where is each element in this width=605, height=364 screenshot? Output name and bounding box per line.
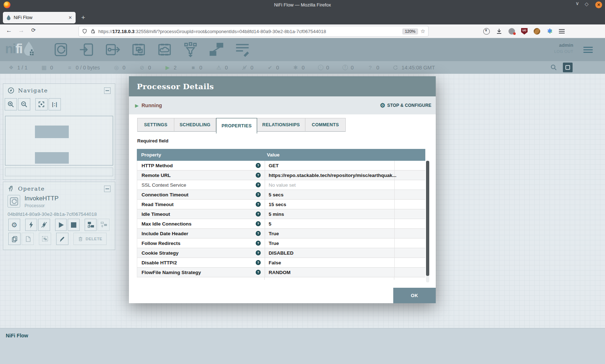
- extension-icon[interactable]: [508, 28, 515, 35]
- ok-button[interactable]: OK: [393, 288, 436, 303]
- lock-warning-icon[interactable]: [90, 28, 96, 34]
- help-icon[interactable]: ?: [256, 202, 261, 207]
- window-minimize-button[interactable]: ∨: [573, 0, 581, 6]
- tab-comments[interactable]: COMMENTS: [305, 118, 346, 132]
- operate-panel-title: Operate: [18, 186, 104, 192]
- start-button[interactable]: [55, 219, 67, 231]
- global-menu-icon[interactable]: [583, 45, 593, 54]
- window-maximize-button[interactable]: ◇: [583, 1, 591, 7]
- flow-settings-panel-button[interactable]: [563, 63, 573, 72]
- container-asterisk-icon[interactable]: ✱: [546, 28, 553, 35]
- navigate-collapse-button[interactable]: [104, 87, 111, 94]
- stopped-icon: ■ 0: [190, 64, 202, 71]
- locally-modified-stale-icon: ! 0: [342, 65, 354, 70]
- help-icon[interactable]: ?: [256, 260, 261, 265]
- property-name: Read Timeout: [142, 202, 256, 207]
- property-row: FlowFile Naming Strategy ? RANDOM: [137, 268, 425, 277]
- enable-button[interactable]: [25, 219, 37, 231]
- property-row: Idle Timeout ? 5 mins: [137, 209, 425, 219]
- breadcrumb[interactable]: NiFi Flow: [6, 333, 28, 338]
- browser-tabstrip: NiFi Flow ✕ +: [0, 10, 605, 24]
- dialog-header: Processor Details: [129, 76, 436, 96]
- reload-button[interactable]: ⟳: [29, 27, 38, 33]
- value-column-header: Value: [265, 152, 279, 158]
- input-port-icon[interactable]: [79, 42, 95, 57]
- new-tab-button[interactable]: +: [79, 13, 88, 22]
- browser-navbar: ← → ⟳ https://172.18.0.3:32558/nifi/?pro…: [0, 24, 605, 38]
- funnel-icon[interactable]: [182, 42, 199, 57]
- tab-properties[interactable]: PROPERTIES: [216, 118, 257, 133]
- tab-close-icon[interactable]: ✕: [68, 15, 72, 20]
- property-value: No value set: [269, 182, 296, 188]
- ublock-shield-icon[interactable]: UO: [521, 28, 528, 35]
- help-icon[interactable]: ?: [256, 173, 261, 178]
- tab-relationships[interactable]: RELATIONSHIPS: [257, 118, 305, 132]
- help-icon[interactable]: ?: [256, 211, 261, 217]
- browser-tab[interactable]: NiFi Flow ✕: [3, 12, 76, 23]
- zoom-actual-size-button[interactable]: |:|: [49, 98, 61, 110]
- stop-and-configure-button[interactable]: ⚙ STOP & CONFIGURE: [380, 103, 431, 109]
- back-button[interactable]: ←: [4, 27, 14, 34]
- zoom-in-button[interactable]: [5, 98, 17, 110]
- operate-collapse-button[interactable]: [104, 186, 111, 192]
- browser-menu-icon[interactable]: [559, 28, 565, 35]
- bookmark-star-icon[interactable]: ☆: [421, 28, 425, 35]
- nifi-logo: nifi: [5, 41, 35, 57]
- help-icon[interactable]: ?: [256, 250, 261, 255]
- url-bar[interactable]: https://172.18.0.3:32558/nifi/?processGr…: [79, 26, 429, 37]
- minimap-footer: [5, 168, 113, 176]
- zoom-out-button[interactable]: [18, 98, 30, 110]
- search-icon[interactable]: [550, 64, 557, 71]
- property-value: 5 mins: [269, 211, 284, 217]
- help-icon[interactable]: ?: [256, 221, 261, 226]
- window-close-button[interactable]: ✕: [595, 1, 602, 8]
- dialog-status-bar: ▶ Running ⚙ STOP & CONFIGURE: [129, 96, 436, 114]
- help-icon[interactable]: ?: [256, 270, 261, 275]
- upload-template-button[interactable]: [98, 219, 109, 231]
- output-port-icon[interactable]: [104, 42, 121, 57]
- help-icon[interactable]: ?: [256, 163, 261, 168]
- create-template-button[interactable]: [85, 219, 97, 231]
- pocket-icon[interactable]: [483, 28, 490, 35]
- zoom-fit-button[interactable]: [35, 98, 48, 110]
- scrollbar-thumb[interactable]: [426, 161, 429, 276]
- downloads-icon[interactable]: [496, 28, 502, 35]
- shield-icon[interactable]: [82, 28, 88, 34]
- configure-button[interactable]: ⚙: [8, 219, 20, 231]
- fill-color-button[interactable]: [56, 233, 68, 245]
- help-icon[interactable]: ?: [256, 192, 261, 197]
- forward-button[interactable]: →: [17, 27, 26, 34]
- refresh-icon[interactable]: [393, 65, 398, 70]
- tab-scheduling[interactable]: SCHEDULING: [174, 118, 216, 132]
- birdseye-minimap[interactable]: [5, 116, 113, 165]
- help-icon[interactable]: ?: [256, 241, 261, 246]
- window-title: NiFi Flow — Mozilla Firefox: [0, 2, 605, 8]
- process-group-icon[interactable]: [130, 42, 147, 57]
- copy-button[interactable]: [8, 233, 21, 245]
- processor-icon[interactable]: [53, 42, 69, 57]
- table-scrollbar[interactable]: [426, 161, 429, 282]
- cookie-icon[interactable]: [534, 28, 540, 35]
- tab-settings[interactable]: SETTINGS: [137, 118, 174, 132]
- property-value: True: [269, 241, 279, 246]
- remote-process-group-icon[interactable]: [156, 42, 173, 57]
- label-icon[interactable]: [234, 42, 251, 57]
- group-button[interactable]: [39, 233, 51, 245]
- up-to-date-icon: ✔ 0: [267, 64, 279, 71]
- delete-button[interactable]: DELETE: [73, 233, 107, 245]
- stop-button[interactable]: [68, 219, 80, 231]
- help-icon[interactable]: ?: [256, 182, 261, 187]
- logout-link[interactable]: LOG OUT: [554, 49, 573, 54]
- nifi-status-bar: ❖ 1 / 1 ▦ 0 ≡ 0 / 0 bytes ◎ 0: [0, 61, 605, 74]
- property-value: RANDOM: [269, 270, 291, 275]
- disable-button[interactable]: [38, 219, 50, 231]
- template-icon[interactable]: [208, 42, 225, 57]
- url-text: https://172.18.0.3:32558/nifi/?processGr…: [98, 29, 400, 34]
- property-name: Connection Timeout: [142, 192, 256, 197]
- page-zoom-badge[interactable]: 120%: [402, 28, 418, 35]
- property-value: GET: [269, 163, 279, 168]
- navigate-panel: Navigate |:|: [3, 83, 115, 180]
- paste-button[interactable]: [22, 233, 34, 245]
- help-icon[interactable]: ?: [256, 231, 261, 236]
- property-value: https://repo.stackable.tech/repository/m…: [269, 173, 396, 178]
